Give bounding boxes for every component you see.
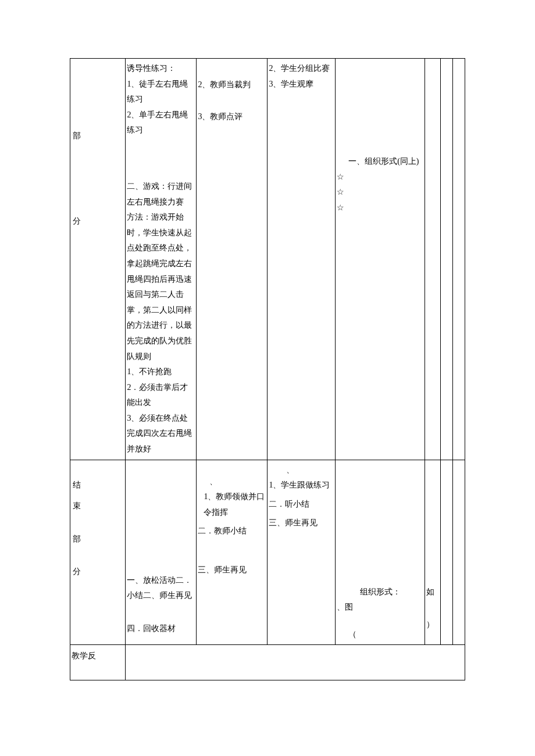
- text: 3、教师点评: [198, 109, 266, 125]
- star-icon: ☆: [337, 200, 423, 216]
- text: 1、徒手左右甩绳练习: [127, 77, 195, 108]
- table-row: 教学反: [70, 645, 465, 680]
- text: 、: [269, 463, 334, 478]
- table-row: 结 束 部 分 一、放松活动二．小结二、师生再见 四．回收器材 、 1、教师领做…: [70, 460, 465, 645]
- reflection-cell: [126, 645, 465, 680]
- empty-cell: [440, 59, 452, 460]
- text: 一、放松活动二．小结二、师生再见: [127, 573, 195, 604]
- text: 诱导性练习：: [127, 61, 195, 77]
- org-cell: 组织形式： 、图 （: [336, 460, 425, 645]
- star-icon: ☆: [337, 185, 423, 200]
- section-label-cell: 教学反: [70, 645, 126, 680]
- empty-cell: [452, 460, 465, 645]
- empty-cell: [440, 460, 452, 645]
- star-icon: ☆: [337, 170, 423, 185]
- section-label: 分: [73, 567, 81, 576]
- text: 三、师生再见: [198, 562, 266, 578]
- text: 、图: [337, 600, 423, 615]
- org-cell: 一、组织形式(同上) ☆ ☆ ☆: [336, 59, 425, 460]
- text: （: [337, 627, 423, 643]
- text: 3、必须在终点处完成四次左右甩绳并放好: [127, 411, 195, 457]
- text: 三、师生再见: [269, 515, 334, 531]
- text: 2、单手左右甩绳练习: [127, 108, 195, 138]
- text: 四．回收器材: [127, 621, 195, 637]
- text: 1、不许抢跑: [127, 364, 195, 380]
- student-cell: 、 1、学生跟做练习 二．听小结 三、师生再见: [268, 460, 336, 645]
- section-label: 束: [73, 501, 81, 510]
- section-label: 教学反: [72, 651, 96, 660]
- page: 部 分 诱导性练习： 1、徒手左右甩绳练习 2、单手左右甩绳练习 二、游戏：行进…: [0, 0, 535, 715]
- teacher-cell: 2、教师当裁判 3、教师点评: [197, 59, 268, 460]
- text: 2．必须击掌后才能出发: [127, 380, 195, 411]
- text: 组织形式：: [337, 585, 423, 600]
- text: 1、学生跟做练习: [269, 478, 334, 493]
- text: 二．教师小结: [198, 524, 266, 539]
- section-label-cell: 部 分: [70, 59, 126, 460]
- text: 3、学生观摩: [269, 77, 334, 92]
- text: 二、游戏：行进间左右甩绳接力赛: [127, 179, 195, 210]
- text: 2、教师当裁判: [198, 77, 266, 93]
- text: 2、学生分组比赛: [269, 61, 334, 77]
- text: 1、教师领做并口令指挥: [198, 489, 266, 520]
- empty-cell: [452, 59, 465, 460]
- text: 二．听小结: [269, 497, 334, 513]
- table-row: 部 分 诱导性练习： 1、徒手左右甩绳练习 2、单手左右甩绳练习 二、游戏：行进…: [70, 59, 465, 460]
- text: 方法：游戏开始时，学生快速从起点处跑至终点处，拿起跳绳完成左右甩绳四拍后再迅速返…: [127, 210, 195, 364]
- empty-cell: [425, 59, 441, 460]
- lesson-plan-table: 部 分 诱导性练习： 1、徒手左右甩绳练习 2、单手左右甩绳练习 二、游戏：行进…: [70, 58, 465, 680]
- text: ）: [426, 617, 439, 633]
- section-label-cell: 结 束 部 分: [70, 460, 126, 645]
- text: 如: [426, 585, 439, 600]
- section-label: 分: [73, 217, 81, 225]
- content-cell: 一、放松活动二．小结二、师生再见 四．回收器材: [126, 460, 197, 645]
- section-label: 结: [73, 481, 81, 489]
- section-label: 部: [73, 535, 81, 543]
- text: 、: [198, 474, 266, 490]
- teacher-cell: 、 1、教师领做并口令指挥 二．教师小结 三、师生再见: [197, 460, 268, 645]
- student-cell: 2、学生分组比赛 3、学生观摩: [268, 59, 336, 460]
- small-cell: 如 ）: [425, 460, 441, 645]
- content-cell: 诱导性练习： 1、徒手左右甩绳练习 2、单手左右甩绳练习 二、游戏：行进间左右甩…: [126, 59, 197, 460]
- section-label: 部: [73, 131, 81, 140]
- text: 一、组织形式(同上): [337, 154, 423, 170]
